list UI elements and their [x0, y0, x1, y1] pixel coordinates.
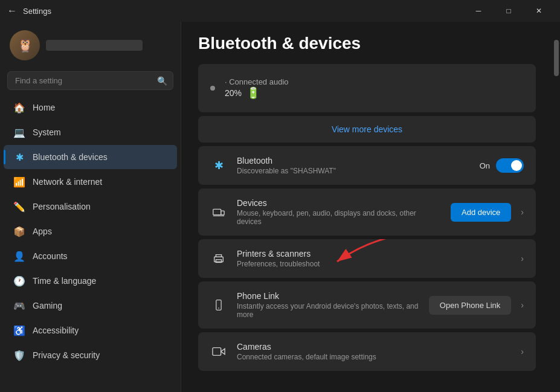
avatar: 🦉: [10, 30, 40, 60]
search-icon: 🔍: [157, 76, 167, 86]
sidebar-item-gaming[interactable]: 🎮Gaming: [4, 294, 177, 318]
battery-info: 20% 🔋: [225, 86, 524, 100]
sidebar-item-time[interactable]: 🕐Time & language: [4, 269, 177, 293]
sidebar-item-privacy[interactable]: 🛡️Privacy & security: [4, 343, 177, 367]
back-icon[interactable]: ←: [7, 5, 17, 16]
app-body: 🦉 🔍 🏠Home💻System✱Bluetooth & devices📶Net…: [0, 22, 560, 392]
printers-subtitle: Preferences, troubleshoot: [237, 260, 507, 268]
devices-action: Add device ›: [451, 203, 524, 222]
phone-link-title: Phone Link: [237, 291, 419, 301]
sidebar-item-label-system: System: [33, 127, 61, 137]
cameras-chevron: ›: [521, 347, 524, 356]
gaming-icon: 🎮: [13, 300, 25, 312]
accessibility-icon: ♿: [13, 324, 25, 336]
printers-row-text: Printers & scanners Preferences, trouble…: [237, 249, 507, 268]
sidebar-item-label-network: Network & internet: [33, 177, 102, 187]
title-bar-left: ← Settings: [7, 5, 51, 16]
sidebar-item-accessibility[interactable]: ♿Accessibility: [4, 318, 177, 342]
time-icon: 🕐: [13, 275, 25, 287]
page-title: Bluetooth & devices: [198, 34, 536, 53]
cameras-title: Cameras: [237, 342, 507, 352]
phone-link-chevron: ›: [521, 300, 524, 310]
sidebar-item-bluetooth[interactable]: ✱Bluetooth & devices: [4, 145, 177, 169]
sidebar-item-label-gaming: Gaming: [33, 301, 62, 310]
cameras-row[interactable]: Cameras Connected cameras, default image…: [198, 332, 536, 371]
toggle-label: On: [480, 161, 490, 170]
devices-row-text: Devices Mouse, keyboard, pen, audio, dis…: [237, 198, 441, 226]
sidebar-item-label-time: Time & language: [33, 276, 96, 286]
add-device-button[interactable]: Add device: [451, 203, 511, 222]
battery-percent: 20%: [225, 88, 242, 98]
phone-link-icon: [210, 297, 227, 313]
devices-title: Devices: [237, 198, 441, 208]
search-input[interactable]: [7, 71, 173, 90]
bluetooth-icon: ✱: [13, 151, 25, 163]
main-content: Bluetooth & devices · Connected audio 20…: [181, 22, 560, 392]
sidebar: 🦉 🔍 🏠Home💻System✱Bluetooth & devices📶Net…: [0, 22, 181, 392]
open-phone-link-button[interactable]: Open Phone Link: [429, 296, 511, 315]
personalisation-icon: ✏️: [13, 201, 25, 213]
partial-content: · Connected audio 20% 🔋: [198, 64, 536, 112]
sidebar-item-label-privacy: Privacy & security: [33, 350, 100, 360]
partial-dot: [210, 86, 215, 91]
search-bar: 🔍: [7, 71, 173, 90]
bluetooth-toggle[interactable]: [496, 158, 524, 173]
cameras-icon: [210, 343, 227, 360]
home-icon: 🏠: [13, 101, 25, 114]
system-icon: 💻: [13, 126, 25, 138]
svg-rect-1: [221, 211, 225, 214]
printers-title: Printers & scanners: [237, 249, 507, 259]
printers-icon: [210, 250, 227, 267]
sidebar-item-label-bluetooth: Bluetooth & devices: [33, 152, 108, 162]
minimize-button[interactable]: ─: [465, 2, 492, 19]
main-scrollbar-thumb: [554, 40, 559, 76]
cameras-row-text: Cameras Connected cameras, default image…: [237, 342, 507, 361]
sidebar-item-label-apps: Apps: [33, 227, 52, 236]
cameras-card: Cameras Connected cameras, default image…: [198, 332, 536, 371]
profile-name: [46, 40, 143, 51]
phone-link-row-text: Phone Link Instantly access your Android…: [237, 291, 419, 319]
phone-link-subtitle: Instantly access your Android device's p…: [237, 302, 419, 319]
phone-link-action: Open Phone Link ›: [429, 296, 524, 315]
printers-action: ›: [517, 254, 524, 263]
bluetooth-card: ✱ Bluetooth Discoverable as "SHASHWAT" O…: [198, 146, 536, 185]
svg-rect-6: [216, 300, 221, 310]
view-more-text: View more devices: [332, 124, 402, 134]
sidebar-item-network[interactable]: 📶Network & internet: [4, 170, 177, 194]
network-icon: 📶: [13, 176, 25, 188]
bluetooth-title: Bluetooth: [237, 156, 470, 165]
sidebar-item-home[interactable]: 🏠Home: [4, 95, 177, 120]
devices-row[interactable]: Devices Mouse, keyboard, pen, audio, dis…: [198, 188, 536, 236]
devices-card: Devices Mouse, keyboard, pen, audio, dis…: [198, 188, 536, 236]
apps-icon: 📦: [13, 225, 25, 237]
title-bar-title: Settings: [23, 7, 51, 16]
connected-audio-label: · Connected audio: [225, 77, 524, 86]
sidebar-item-system[interactable]: 💻System: [4, 120, 177, 144]
title-bar-controls: ─ □ ✕: [465, 2, 553, 19]
sidebar-profile: 🦉: [0, 22, 181, 69]
toggle-knob: [511, 160, 522, 171]
bluetooth-icon: ✱: [210, 157, 227, 174]
printers-card: Printers & scanners Preferences, trouble…: [198, 239, 536, 278]
bluetooth-action: On: [480, 158, 524, 173]
sidebar-item-apps[interactable]: 📦Apps: [4, 219, 177, 243]
svg-rect-0: [213, 209, 221, 214]
sidebar-item-accounts[interactable]: 👤Accounts: [4, 244, 177, 268]
sidebar-item-label-home: Home: [33, 103, 55, 112]
devices-icon: [210, 204, 227, 220]
accounts-icon: 👤: [13, 250, 25, 262]
sidebar-item-label-accounts: Accounts: [33, 251, 68, 261]
title-bar: ← Settings ─ □ ✕: [0, 0, 560, 22]
bluetooth-row-text: Bluetooth Discoverable as "SHASHWAT": [237, 156, 470, 175]
close-button[interactable]: ✕: [525, 2, 553, 19]
bluetooth-subtitle: Discoverable as "SHASHWAT": [237, 167, 470, 175]
printers-row[interactable]: Printers & scanners Preferences, trouble…: [198, 239, 536, 278]
main-scrollbar[interactable]: [553, 22, 560, 392]
svg-rect-8: [213, 348, 221, 356]
sidebar-item-personalisation[interactable]: ✏️Personalisation: [4, 194, 177, 219]
avatar-image: 🦉: [10, 30, 40, 60]
phone-link-row[interactable]: Phone Link Instantly access your Android…: [198, 281, 536, 329]
privacy-icon: 🛡️: [13, 349, 25, 361]
view-more-row[interactable]: View more devices: [198, 116, 536, 143]
maximize-button[interactable]: □: [495, 2, 523, 19]
